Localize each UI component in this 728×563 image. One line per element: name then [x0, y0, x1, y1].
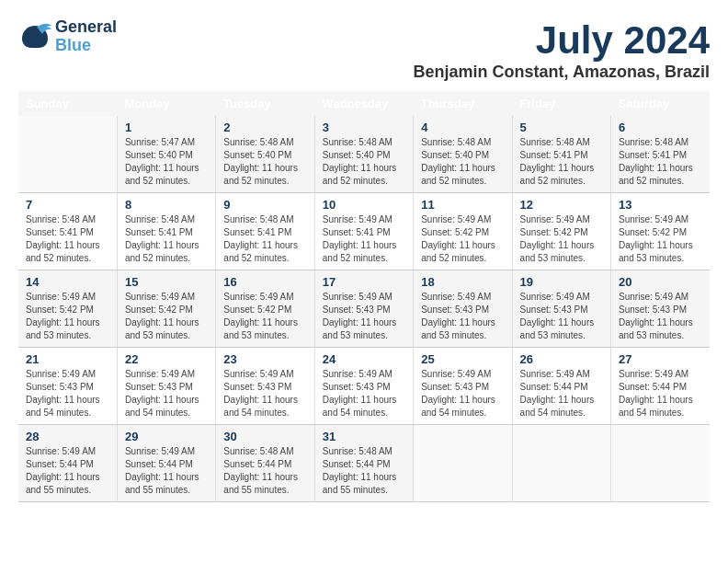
day-number: 28	[26, 430, 109, 443]
daylight-text: Daylight: 11 hours and 55 minutes.	[26, 472, 100, 495]
sunset-text: Sunset: 5:42 PM	[520, 227, 588, 237]
day-info: Sunrise: 5:49 AM Sunset: 5:44 PM Dayligh…	[26, 445, 109, 497]
table-row: 31 Sunrise: 5:48 AM Sunset: 5:44 PM Dayl…	[314, 425, 413, 502]
day-number: 15	[125, 275, 208, 289]
day-info: Sunrise: 5:49 AM Sunset: 5:42 PM Dayligh…	[520, 213, 603, 265]
sunrise-text: Sunrise: 5:48 AM	[223, 137, 293, 147]
table-row: 28 Sunrise: 5:49 AM Sunset: 5:44 PM Dayl…	[18, 425, 117, 502]
sunset-text: Sunset: 5:42 PM	[223, 304, 291, 315]
header-friday: Friday	[512, 91, 610, 116]
table-row: 19 Sunrise: 5:49 AM Sunset: 5:43 PM Dayl…	[512, 270, 610, 348]
sunset-text: Sunset: 5:44 PM	[223, 459, 291, 469]
page-header: General Blue July 2024 Benjamin Constant…	[18, 18, 710, 82]
daylight-text: Daylight: 11 hours and 53 minutes.	[619, 240, 693, 263]
sunrise-text: Sunrise: 5:48 AM	[421, 137, 491, 147]
table-row: 22 Sunrise: 5:49 AM Sunset: 5:43 PM Dayl…	[117, 348, 215, 425]
sunrise-text: Sunrise: 5:48 AM	[520, 137, 590, 147]
day-info: Sunrise: 5:49 AM Sunset: 5:43 PM Dayligh…	[421, 368, 504, 419]
table-row: 4 Sunrise: 5:48 AM Sunset: 5:40 PM Dayli…	[414, 116, 512, 193]
calendar-week-row: 7 Sunrise: 5:48 AM Sunset: 5:41 PM Dayli…	[18, 193, 710, 270]
table-row: 5 Sunrise: 5:48 AM Sunset: 5:41 PM Dayli…	[512, 116, 610, 193]
day-info: Sunrise: 5:49 AM Sunset: 5:43 PM Dayligh…	[26, 368, 109, 419]
sunset-text: Sunset: 5:44 PM	[619, 382, 687, 392]
header-saturday: Saturday	[611, 91, 710, 116]
table-row	[512, 425, 610, 502]
day-info: Sunrise: 5:49 AM Sunset: 5:44 PM Dayligh…	[520, 368, 603, 419]
calendar-week-row: 1 Sunrise: 5:47 AM Sunset: 5:40 PM Dayli…	[18, 116, 710, 193]
logo-icon	[18, 22, 51, 48]
header-monday: Monday	[117, 91, 215, 116]
sunset-text: Sunset: 5:43 PM	[421, 382, 489, 392]
location-title: Benjamin Constant, Amazonas, Brazil	[414, 63, 710, 82]
sunrise-text: Sunrise: 5:49 AM	[223, 292, 293, 302]
day-info: Sunrise: 5:48 AM Sunset: 5:41 PM Dayligh…	[26, 213, 109, 265]
daylight-text: Daylight: 11 hours and 52 minutes.	[125, 163, 199, 186]
table-row: 10 Sunrise: 5:49 AM Sunset: 5:41 PM Dayl…	[314, 193, 413, 270]
table-row: 7 Sunrise: 5:48 AM Sunset: 5:41 PM Dayli…	[18, 193, 117, 270]
daylight-text: Daylight: 11 hours and 54 minutes.	[125, 395, 199, 418]
day-info: Sunrise: 5:49 AM Sunset: 5:43 PM Dayligh…	[619, 291, 702, 342]
table-row: 12 Sunrise: 5:49 AM Sunset: 5:42 PM Dayl…	[512, 193, 610, 270]
daylight-text: Daylight: 11 hours and 55 minutes.	[223, 472, 298, 495]
sunrise-text: Sunrise: 5:49 AM	[421, 369, 491, 379]
sunrise-text: Sunrise: 5:49 AM	[323, 214, 392, 224]
table-row: 17 Sunrise: 5:49 AM Sunset: 5:43 PM Dayl…	[314, 270, 413, 348]
sunrise-text: Sunrise: 5:49 AM	[26, 446, 96, 456]
sunset-text: Sunset: 5:43 PM	[421, 304, 489, 315]
sunset-text: Sunset: 5:43 PM	[323, 382, 391, 392]
day-number: 30	[223, 430, 306, 443]
table-row: 26 Sunrise: 5:49 AM Sunset: 5:44 PM Dayl…	[512, 348, 610, 425]
day-info: Sunrise: 5:48 AM Sunset: 5:41 PM Dayligh…	[520, 136, 603, 188]
day-number: 4	[421, 121, 504, 134]
sunrise-text: Sunrise: 5:49 AM	[520, 292, 590, 302]
calendar-header-row: Sunday Monday Tuesday Wednesday Thursday…	[18, 91, 710, 116]
sunrise-text: Sunrise: 5:49 AM	[619, 214, 688, 224]
sunrise-text: Sunrise: 5:48 AM	[26, 214, 96, 224]
sunrise-text: Sunrise: 5:48 AM	[323, 137, 392, 147]
table-row: 23 Sunrise: 5:49 AM Sunset: 5:43 PM Dayl…	[216, 348, 314, 425]
day-info: Sunrise: 5:49 AM Sunset: 5:42 PM Dayligh…	[26, 291, 109, 342]
day-number: 14	[26, 275, 109, 289]
day-number: 21	[26, 352, 109, 366]
sunrise-text: Sunrise: 5:49 AM	[520, 214, 590, 224]
table-row: 24 Sunrise: 5:49 AM Sunset: 5:43 PM Dayl…	[314, 348, 413, 425]
day-number: 27	[619, 352, 702, 366]
sunrise-text: Sunrise: 5:48 AM	[223, 214, 293, 224]
sunset-text: Sunset: 5:43 PM	[125, 382, 193, 392]
table-row: 13 Sunrise: 5:49 AM Sunset: 5:42 PM Dayl…	[611, 193, 710, 270]
table-row	[611, 425, 710, 502]
sunrise-text: Sunrise: 5:49 AM	[421, 214, 491, 224]
sunset-text: Sunset: 5:40 PM	[223, 150, 291, 160]
day-info: Sunrise: 5:49 AM Sunset: 5:43 PM Dayligh…	[421, 291, 504, 342]
day-info: Sunrise: 5:48 AM Sunset: 5:40 PM Dayligh…	[421, 136, 504, 188]
table-row: 2 Sunrise: 5:48 AM Sunset: 5:40 PM Dayli…	[216, 116, 314, 193]
sunset-text: Sunset: 5:44 PM	[125, 459, 193, 469]
sunrise-text: Sunrise: 5:48 AM	[619, 137, 688, 147]
month-year-title: July 2024	[414, 18, 710, 63]
day-number: 8	[125, 198, 208, 212]
sunset-text: Sunset: 5:41 PM	[619, 150, 687, 160]
day-number: 29	[125, 430, 208, 443]
sunrise-text: Sunrise: 5:49 AM	[26, 369, 96, 379]
day-info: Sunrise: 5:49 AM Sunset: 5:42 PM Dayligh…	[125, 291, 208, 342]
daylight-text: Daylight: 11 hours and 52 minutes.	[125, 240, 199, 263]
sunset-text: Sunset: 5:44 PM	[520, 382, 588, 392]
day-number: 31	[323, 430, 405, 443]
day-number: 7	[26, 198, 109, 212]
day-number: 1	[125, 121, 208, 134]
daylight-text: Daylight: 11 hours and 52 minutes.	[223, 240, 298, 263]
header-sunday: Sunday	[18, 91, 117, 116]
day-info: Sunrise: 5:49 AM Sunset: 5:43 PM Dayligh…	[323, 291, 405, 342]
day-number: 18	[421, 275, 504, 289]
day-info: Sunrise: 5:49 AM Sunset: 5:44 PM Dayligh…	[125, 445, 208, 497]
sunset-text: Sunset: 5:43 PM	[520, 304, 588, 315]
day-info: Sunrise: 5:48 AM Sunset: 5:41 PM Dayligh…	[619, 136, 702, 188]
day-number: 10	[323, 198, 405, 212]
sunrise-text: Sunrise: 5:49 AM	[619, 292, 688, 302]
daylight-text: Daylight: 11 hours and 52 minutes.	[26, 240, 100, 263]
table-row: 16 Sunrise: 5:49 AM Sunset: 5:42 PM Dayl…	[216, 270, 314, 348]
day-number: 3	[323, 121, 405, 134]
title-section: July 2024 Benjamin Constant, Amazonas, B…	[414, 18, 710, 82]
sunset-text: Sunset: 5:42 PM	[421, 227, 489, 237]
day-info: Sunrise: 5:48 AM Sunset: 5:41 PM Dayligh…	[223, 213, 306, 265]
